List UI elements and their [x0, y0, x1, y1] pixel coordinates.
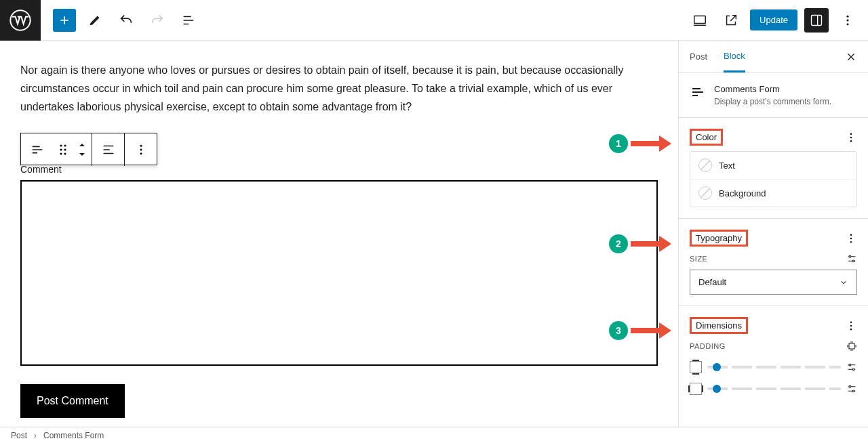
main-area: Nor again is there anyone who loves or p…: [0, 41, 868, 427]
close-sidebar-icon[interactable]: [845, 51, 857, 63]
padding-horizontal-row: [690, 383, 857, 395]
color-panel-title: Color: [690, 129, 723, 146]
padding-vertical-icon: [690, 361, 702, 373]
sidebar-tabs: Post Block: [679, 41, 868, 73]
document-outline-icon[interactable]: [176, 8, 201, 33]
padding-horizontal-settings-icon[interactable]: [846, 383, 857, 394]
svg-point-13: [140, 149, 142, 151]
svg-point-28: [852, 368, 854, 371]
typography-panel: Typography SIZE Default: [679, 219, 868, 306]
color-panel-more-icon[interactable]: [845, 131, 857, 144]
svg-rect-26: [849, 343, 854, 349]
block-title: Comments Form: [714, 84, 831, 94]
svg-point-0: [10, 10, 30, 30]
padding-label: PADDING: [690, 342, 726, 350]
block-info-header: Comments Form Display a post's comments …: [679, 73, 868, 118]
svg-point-16: [850, 136, 852, 138]
external-preview-icon[interactable]: [719, 8, 743, 33]
breadcrumb-root[interactable]: Post: [11, 431, 27, 440]
update-button[interactable]: Update: [750, 9, 797, 30]
svg-point-27: [849, 364, 851, 366]
svg-point-14: [140, 152, 142, 154]
align-icon[interactable]: [92, 133, 124, 166]
size-settings-icon[interactable]: [846, 253, 857, 264]
typography-panel-more-icon[interactable]: [845, 232, 857, 245]
comments-form-icon: [690, 84, 706, 106]
block-description: Display a post's comments form.: [714, 97, 831, 106]
tab-post[interactable]: Post: [690, 42, 707, 71]
move-arrows-icon[interactable]: [73, 133, 92, 166]
svg-point-30: [852, 390, 854, 392]
tab-block[interactable]: Block: [724, 41, 745, 72]
padding-vertical-settings-icon[interactable]: [846, 362, 857, 373]
svg-point-12: [140, 145, 142, 147]
edit-mode-icon[interactable]: [83, 8, 107, 33]
font-size-select[interactable]: Default: [690, 270, 857, 295]
svg-point-7: [64, 144, 66, 146]
svg-point-11: [64, 152, 66, 154]
color-panel: Color Text Background: [679, 118, 868, 219]
device-preview-icon[interactable]: [688, 8, 712, 33]
svg-point-29: [849, 385, 851, 387]
toolbar-left: [41, 8, 201, 33]
background-color-row[interactable]: Background: [690, 179, 856, 207]
svg-point-25: [850, 329, 852, 330]
breadcrumb-current[interactable]: Comments Form: [43, 431, 104, 440]
block-toolbar: [20, 133, 157, 165]
typography-panel-title: Typography: [690, 230, 748, 247]
svg-rect-1: [694, 16, 706, 23]
svg-point-24: [850, 324, 852, 326]
top-toolbar: Update: [0, 0, 868, 41]
settings-sidebar: Post Block Comments Form Display a post'…: [678, 41, 868, 427]
background-color-label: Background: [719, 188, 766, 198]
wp-logo[interactable]: [0, 0, 41, 41]
font-size-value: Default: [698, 277, 726, 287]
paragraph-block[interactable]: Nor again is there anyone who loves or p…: [20, 61, 658, 117]
more-options-icon[interactable]: [835, 8, 860, 33]
redo-icon: [145, 8, 170, 33]
block-type-icon[interactable]: [21, 133, 54, 166]
editor-canvas: Nor again is there anyone who loves or p…: [0, 41, 678, 427]
svg-point-18: [850, 234, 852, 235]
drag-handle-icon[interactable]: [54, 133, 73, 166]
svg-point-3: [847, 15, 849, 17]
add-block-button[interactable]: [53, 9, 76, 32]
svg-point-23: [850, 321, 852, 322]
svg-point-20: [850, 241, 852, 242]
post-comment-button[interactable]: Post Comment: [20, 384, 125, 418]
svg-rect-2: [812, 15, 822, 25]
undo-icon[interactable]: [114, 8, 138, 33]
padding-horizontal-slider[interactable]: [707, 387, 841, 390]
svg-point-9: [64, 148, 66, 150]
padding-vertical-row: [690, 361, 857, 373]
text-swatch-icon: [698, 159, 712, 172]
svg-point-15: [850, 133, 852, 134]
settings-panel-toggle[interactable]: [804, 8, 829, 33]
svg-point-21: [849, 255, 851, 257]
block-more-icon[interactable]: [124, 133, 157, 166]
text-color-label: Text: [719, 161, 735, 171]
dimensions-panel-more-icon[interactable]: [845, 320, 857, 332]
svg-point-17: [850, 140, 852, 142]
text-color-row[interactable]: Text: [690, 152, 856, 179]
unlink-sides-icon[interactable]: [846, 341, 857, 352]
padding-horizontal-icon: [690, 383, 702, 395]
svg-point-8: [60, 148, 62, 150]
background-swatch-icon: [698, 186, 712, 200]
padding-vertical-slider[interactable]: [707, 366, 841, 368]
svg-point-4: [847, 19, 849, 21]
svg-point-6: [60, 144, 62, 146]
chevron-right-icon: ›: [34, 431, 37, 440]
svg-point-22: [852, 260, 854, 262]
svg-point-19: [850, 237, 852, 238]
dimensions-panel-title: Dimensions: [690, 317, 748, 334]
svg-point-10: [60, 152, 62, 154]
toolbar-right: Update: [688, 8, 868, 33]
svg-point-5: [847, 23, 849, 25]
breadcrumb-footer: Post › Comments Form: [0, 427, 868, 443]
comment-textarea[interactable]: [20, 180, 658, 366]
chevron-down-icon: [839, 278, 848, 287]
size-label: SIZE: [690, 255, 707, 263]
dimensions-panel: Dimensions PADDING: [679, 306, 868, 406]
